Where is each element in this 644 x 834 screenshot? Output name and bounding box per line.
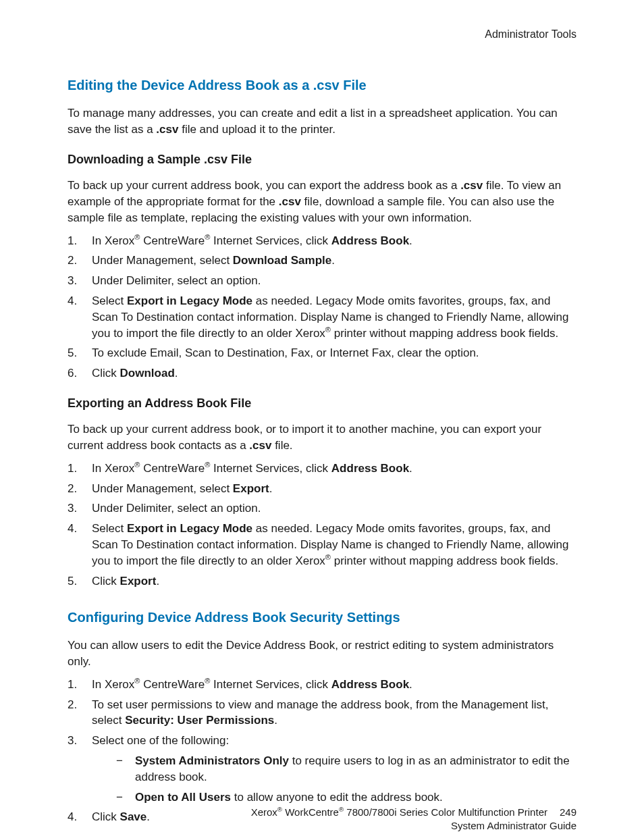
bold-security-permissions: Security: User Permissions	[125, 714, 274, 727]
list-item: Select one of the following: System Admi…	[68, 733, 576, 805]
text: Select	[92, 294, 127, 307]
subsection-title-download-sample: Downloading a Sample .csv File	[68, 151, 576, 168]
text: printer without mapping address book fie…	[331, 554, 558, 567]
text: printer without mapping address book fie…	[331, 327, 558, 340]
text: In Xerox	[92, 678, 134, 691]
text: Xerox	[251, 806, 277, 818]
text: WorkCentre	[282, 806, 339, 818]
page-header-right: Administrator Tools	[68, 27, 576, 42]
list-item: Select Export in Legacy Mode as needed. …	[68, 293, 576, 341]
registered-icon: ®	[325, 553, 331, 561]
bold-save: Save	[120, 810, 147, 823]
bold-sys-admins-only: System Administrators Only	[135, 754, 289, 767]
text: Click	[92, 367, 120, 380]
text: 7800/7800i Series Color Multifunction Pr…	[344, 806, 547, 818]
bold-export-legacy: Export in Legacy Mode	[127, 294, 252, 307]
list-item: To set user permissions to view and mana…	[68, 697, 576, 729]
text: Internet Services, click	[210, 462, 331, 475]
sub1-steps: In Xerox® CentreWare® Internet Services,…	[68, 233, 576, 382]
bold-download: Download	[120, 367, 175, 380]
text: In Xerox	[92, 234, 134, 247]
page-footer: Xerox® WorkCentre® 7800/7800i Series Col…	[251, 806, 576, 832]
list-item: Select Export in Legacy Mode as needed. …	[68, 521, 576, 569]
bold-address-book: Address Book	[331, 678, 409, 691]
text: Click	[92, 810, 120, 823]
bold-csv: .csv	[249, 439, 271, 452]
text: file and upload it to the printer.	[178, 123, 336, 136]
list-item: Click Export.	[68, 573, 576, 590]
section2-steps: In Xerox® CentreWare® Internet Services,…	[68, 677, 576, 825]
text: Under Management, select	[92, 482, 233, 495]
text: CentreWare	[140, 234, 205, 247]
list-item: To exclude Email, Scan to Destination, F…	[68, 345, 576, 361]
text: CentreWare	[140, 462, 205, 475]
text: .	[409, 678, 412, 691]
bold-csv: .csv	[279, 195, 301, 208]
section2-intro: You can allow users to edit the Device A…	[68, 637, 576, 670]
page-number: 249	[560, 806, 576, 818]
footer-line1: Xerox® WorkCentre® 7800/7800i Series Col…	[251, 806, 576, 819]
text: Select one of the following:	[92, 734, 229, 747]
list-item: Under Management, select Download Sample…	[68, 253, 576, 269]
text: .	[409, 462, 412, 475]
bold-export: Export	[233, 482, 269, 495]
section1-intro: To manage many addresses, you can create…	[68, 105, 576, 138]
bold-address-book: Address Book	[331, 234, 409, 247]
list-item: Under Delimiter, select an option.	[68, 500, 576, 517]
sublist: System Administrators Only to require us…	[92, 753, 576, 805]
text: .	[274, 714, 277, 727]
text: In Xerox	[92, 462, 134, 475]
registered-icon: ®	[277, 806, 282, 813]
text: To back up your current address book, or…	[68, 423, 541, 452]
bold-open-all-users: Open to All Users	[135, 791, 231, 804]
list-item: In Xerox® CentreWare® Internet Services,…	[68, 677, 576, 693]
sublist-item: Open to All Users to allow anyone to edi…	[116, 789, 576, 806]
list-item: In Xerox® CentreWare® Internet Services,…	[68, 233, 576, 249]
registered-icon: ®	[325, 325, 331, 334]
text: .	[269, 482, 273, 495]
bold-export-legacy: Export in Legacy Mode	[127, 522, 252, 535]
text: Click	[92, 575, 120, 588]
section-title-security: Configuring Device Address Book Security…	[68, 608, 576, 627]
bold-export: Export	[120, 575, 157, 588]
sublist-item: System Administrators Only to require us…	[116, 753, 576, 785]
footer-line2: System Administrator Guide	[251, 819, 576, 833]
text: CentreWare	[140, 678, 205, 691]
text: Internet Services, click	[210, 678, 331, 691]
text: .	[146, 810, 150, 823]
text: .	[331, 254, 335, 267]
sub2-intro: To back up your current address book, or…	[68, 421, 576, 454]
text: To back up your current address book, yo…	[68, 179, 460, 192]
text: file.	[271, 439, 292, 452]
bold-address-book: Address Book	[331, 462, 409, 475]
bold-download-sample: Download Sample	[233, 254, 331, 267]
list-item: Click Download.	[68, 365, 576, 382]
text: .	[156, 575, 159, 588]
text: .	[409, 234, 412, 247]
subsection-title-exporting: Exporting an Address Book File	[68, 395, 576, 412]
sub2-steps: In Xerox® CentreWare® Internet Services,…	[68, 461, 576, 590]
list-item: In Xerox® CentreWare® Internet Services,…	[68, 461, 576, 477]
text: Under Management, select	[92, 254, 233, 267]
text: to allow anyone to edit the address book…	[231, 791, 443, 804]
text: Internet Services, click	[210, 234, 331, 247]
sub1-intro: To back up your current address book, yo…	[68, 178, 576, 226]
text: Select	[92, 522, 127, 535]
section-title-editing-csv: Editing the Device Address Book as a .cs…	[68, 76, 576, 95]
list-item: Under Management, select Export.	[68, 481, 576, 497]
text: .	[175, 367, 178, 380]
bold-csv: .csv	[460, 179, 483, 192]
bold-csv: .csv	[156, 123, 178, 136]
list-item: Under Delimiter, select an option.	[68, 273, 576, 289]
